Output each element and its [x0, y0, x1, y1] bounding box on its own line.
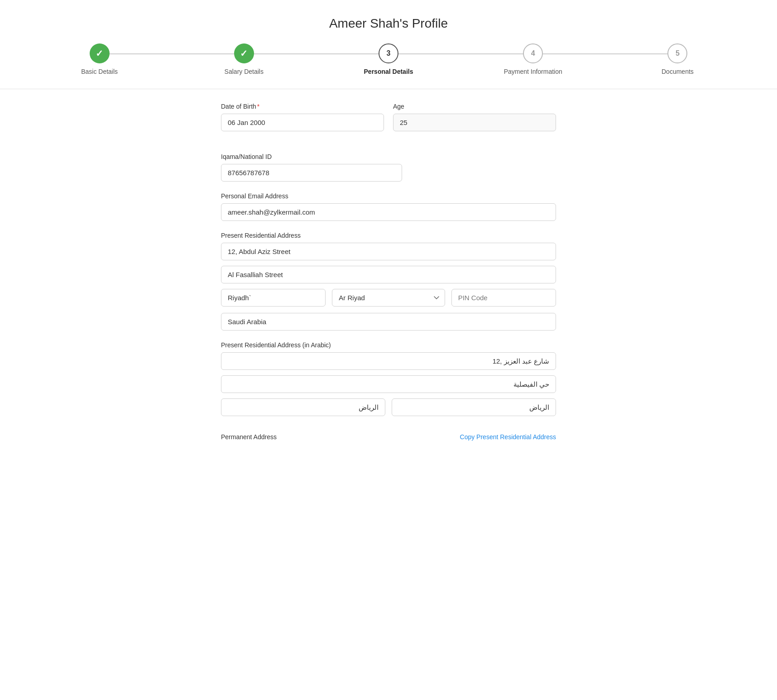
arabic-line2-input[interactable] [221, 375, 556, 393]
iqama-input[interactable] [221, 164, 402, 182]
address-line2-input[interactable] [221, 266, 556, 283]
dob-input[interactable] [221, 114, 384, 131]
copy-present-address-link[interactable]: Copy Present Residential Address [460, 433, 556, 441]
step-personal-details[interactable]: 3 Personal Details [316, 43, 460, 75]
step-label-3: Personal Details [364, 68, 413, 75]
arabic-line1-input[interactable] [221, 352, 556, 370]
check-icon-2 [240, 48, 248, 59]
step-circle-3: 3 [379, 43, 398, 63]
arabic-address-label: Present Residential Address (in Arabic) [221, 341, 556, 349]
email-label: Personal Email Address [221, 192, 556, 200]
step-payment-information[interactable]: 4 Payment Information [461, 43, 605, 75]
arabic-city-state-row [221, 398, 556, 416]
step-label-4: Payment Information [504, 68, 562, 75]
permanent-address-label: Permanent Address [221, 433, 277, 441]
step-circle-5: 5 [667, 43, 687, 63]
address-line1-input[interactable] [221, 243, 556, 260]
form-container: Date of Birth* Age Iqama/National ID Per… [203, 103, 574, 475]
email-input[interactable] [221, 203, 556, 221]
step-label-1: Basic Details [81, 68, 118, 75]
iqama-group: Iqama/National ID [221, 153, 556, 182]
present-address-group: Present Residential Address Ar Riyad [221, 232, 556, 331]
step-salary-details[interactable]: Salary Details [172, 43, 316, 75]
page-title: Ameer Shah's Profile [0, 0, 777, 43]
iqama-label: Iqama/National ID [221, 153, 556, 160]
age-group: Age [393, 103, 556, 131]
age-label: Age [393, 103, 556, 110]
dob-required: * [257, 103, 259, 110]
dob-group: Date of Birth* [221, 103, 384, 131]
arabic-state-input[interactable] [392, 398, 556, 416]
arabic-address-group: Present Residential Address (in Arabic) [221, 341, 556, 422]
step-documents[interactable]: 5 Documents [605, 43, 750, 75]
step-circle-1 [90, 43, 110, 63]
step-label-5: Documents [662, 68, 694, 75]
permanent-address-header: Permanent Address Copy Present Residenti… [221, 433, 556, 441]
country-input[interactable] [221, 313, 556, 331]
age-input[interactable] [393, 114, 556, 131]
check-icon-1 [96, 48, 103, 59]
step-label-2: Salary Details [225, 68, 264, 75]
present-address-label: Present Residential Address [221, 232, 556, 239]
state-select[interactable]: Ar Riyad [332, 289, 445, 307]
dob-age-row: Date of Birth* Age [221, 103, 556, 142]
arabic-city-input[interactable] [221, 398, 385, 416]
stepper: Basic Details Salary Details 3 Personal … [0, 43, 777, 89]
step-basic-details[interactable]: Basic Details [27, 43, 172, 75]
pin-input[interactable] [451, 289, 556, 307]
city-input[interactable] [221, 289, 326, 307]
step-circle-4: 4 [523, 43, 543, 63]
dob-label: Date of Birth* [221, 103, 384, 110]
email-group: Personal Email Address [221, 192, 556, 221]
city-state-pin-row: Ar Riyad [221, 289, 556, 307]
divider [0, 89, 777, 89]
step-circle-2 [234, 43, 254, 63]
